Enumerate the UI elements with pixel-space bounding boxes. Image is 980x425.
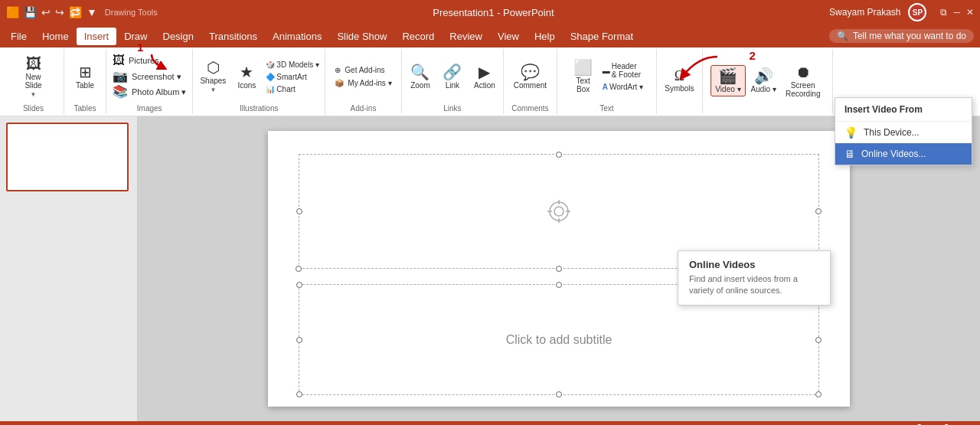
dropdown-item-online-videos[interactable]: 🖥 Online Videos...: [835, 143, 972, 165]
comments-group-content: 💬 Comment: [510, 51, 550, 103]
menu-slideshow[interactable]: Slide Show: [329, 28, 394, 45]
3d-models-button[interactable]: 🎲 3D Models ▾: [263, 59, 322, 70]
dropdown-item-this-device[interactable]: 💡 This Device...: [835, 122, 972, 143]
icons-button[interactable]: ★ Icons: [231, 62, 262, 92]
addins-group-content: ⊕ Get Add-ins 📦 My Add-ins ▾: [332, 51, 394, 103]
ribbon-group-tables: ⊞ Table Tables: [64, 49, 106, 114]
svg-point-2: [550, 202, 568, 221]
handle-sub-bl[interactable]: [296, 391, 302, 397]
slide-thumbnail[interactable]: [6, 123, 129, 191]
this-device-icon: 💡: [844, 126, 858, 139]
menu-shape-format[interactable]: Shape Format: [563, 28, 641, 45]
handle-left-center[interactable]: [296, 208, 302, 214]
menu-file[interactable]: File: [3, 28, 34, 45]
menu-review[interactable]: Review: [442, 28, 490, 45]
comment-button[interactable]: 💬 Comment: [510, 62, 550, 92]
links-group-label: Links: [443, 103, 461, 113]
title-bar-right: Swayam Prakash SP ⧉ ─ ✕: [829, 3, 974, 21]
search-box[interactable]: 🔍 Tell me what you want to do: [829, 29, 974, 43]
menu-home[interactable]: Home: [34, 28, 77, 45]
repeat-icon[interactable]: 🔁: [69, 6, 82, 18]
this-device-label: This Device...: [864, 127, 920, 138]
screen-recording-icon: ⏺: [795, 64, 811, 80]
tooltip-title: Online Videos: [689, 259, 819, 270]
text-group-label: Text: [599, 103, 613, 113]
customize-icon[interactable]: ▼: [87, 6, 97, 18]
handle-bottom-center[interactable]: [556, 266, 562, 272]
menu-design[interactable]: Design: [155, 28, 201, 45]
menu-transitions[interactable]: Transitions: [201, 28, 265, 45]
action-button[interactable]: ▶ Action: [469, 62, 500, 92]
zoom-button[interactable]: 🔍 Zoom: [405, 62, 436, 92]
search-placeholder: Tell me what you want to do: [853, 31, 966, 41]
screenshot-button[interactable]: 📷 Screenshot ▾: [109, 70, 185, 83]
close-icon[interactable]: ✕: [966, 7, 974, 18]
handle-sub-mr[interactable]: [815, 337, 822, 343]
ribbon-group-symbols: Ω Symbols: [657, 49, 703, 114]
handle-sub-tc[interactable]: [556, 282, 562, 288]
shapes-icon: ⬡: [207, 60, 220, 75]
subtitle-placeholder: Click to add subtitle: [506, 333, 612, 347]
pictures-button[interactable]: 🖼 Pictures: [109, 53, 162, 68]
handle-sub-bc[interactable]: [556, 391, 562, 397]
menu-help[interactable]: Help: [527, 28, 563, 45]
menu-animations[interactable]: Animations: [265, 28, 329, 45]
tooltip-popup: Online Videos Find and insert videos fro…: [678, 250, 831, 306]
action-icon: ▶: [479, 64, 490, 80]
screenshot-icon: 📷: [113, 70, 128, 83]
link-button[interactable]: 🔗 Link: [437, 62, 468, 92]
menu-insert[interactable]: Insert: [77, 28, 117, 45]
symbols-group-content: Ω Symbols: [661, 51, 697, 111]
video-dropdown: Insert Video From 💡 This Device... 🖥 Onl…: [835, 97, 972, 165]
handle-sub-tl[interactable]: [296, 282, 302, 288]
ribbon-group-links: 🔍 Zoom 🔗 Link ▶ Action Links: [402, 49, 504, 114]
menu-draw[interactable]: Draw: [116, 28, 155, 45]
my-addins-button[interactable]: 📦 My Add-ins ▾: [332, 77, 394, 89]
table-button[interactable]: ⊞ Table: [70, 62, 100, 92]
text-box-button[interactable]: ⬜ TextBox: [568, 57, 599, 96]
audio-button[interactable]: 🔊 Audio ▾: [747, 66, 780, 96]
photo-album-button[interactable]: 📚 Photo Album ▾: [109, 85, 189, 99]
video-button[interactable]: 🎬 Video ▾: [710, 65, 745, 96]
illustrations-group-content: ⬡ Shapes ▼ ★ Icons 🎲 3D Models ▾ 🔷 Smart…: [196, 51, 322, 103]
audio-icon: 🔊: [754, 68, 773, 83]
handle-sub-ml[interactable]: [296, 337, 302, 343]
slide-panel: 1: [0, 116, 138, 421]
shapes-button[interactable]: ⬡ Shapes ▼: [196, 57, 230, 96]
tables-group-content: ⊞ Table: [70, 51, 100, 103]
wordart-icon: A: [603, 83, 608, 91]
link-icon: 🔗: [443, 64, 462, 80]
user-name: Swayam Prakash: [829, 7, 900, 18]
handle-bottom-left[interactable]: [296, 266, 302, 272]
user-initials: SP: [913, 8, 923, 17]
symbols-button[interactable]: Ω Symbols: [661, 67, 697, 95]
handle-top-center[interactable]: [556, 152, 562, 158]
minimize-icon[interactable]: ─: [953, 7, 960, 18]
save-icon[interactable]: 💾: [24, 6, 37, 18]
app-icon: 🟧: [6, 6, 19, 18]
new-slide-button[interactable]: 🖼 NewSlide ▼: [15, 54, 53, 100]
handle-sub-br[interactable]: [815, 391, 822, 397]
get-addins-button[interactable]: ⊕ Get Add-ins: [332, 64, 387, 76]
handle-right-center[interactable]: [815, 208, 822, 214]
ribbon-group-addins: ⊕ Get Add-ins 📦 My Add-ins ▾ Add-ins: [325, 49, 402, 114]
ribbon-group-text: ⬜ TextBox ▬ Header& Footer A WordArt ▾ T…: [557, 49, 657, 114]
links-group-content: 🔍 Zoom 🔗 Link ▶ Action: [405, 51, 500, 103]
smartart-button[interactable]: 🔷 SmartArt: [263, 71, 322, 83]
restore-icon[interactable]: ⧉: [940, 7, 947, 18]
illustrations-group-label: Illustrations: [240, 103, 279, 113]
slides-group-content: 🖼 NewSlide ▼: [15, 51, 53, 103]
window-controls: ⧉ ─ ✕: [940, 7, 974, 18]
menu-record[interactable]: Record: [394, 28, 442, 45]
menu-view[interactable]: View: [490, 28, 527, 45]
photo-album-icon: 📚: [113, 86, 128, 98]
redo-icon[interactable]: ↪: [55, 6, 64, 18]
header-footer-button[interactable]: ▬ Header& Footer: [600, 60, 646, 80]
ribbon: 🖼 NewSlide ▼ Slides ⊞ Table Tables 🖼 Pic…: [0, 47, 980, 116]
chart-icon: 📊: [266, 85, 275, 93]
text-box-icon: ⬜: [573, 60, 593, 75]
wordart-button[interactable]: A WordArt ▾: [600, 81, 646, 93]
chart-button[interactable]: 📊 Chart: [263, 83, 322, 95]
screen-recording-button[interactable]: ⏺ ScreenRecording: [782, 62, 825, 100]
undo-icon[interactable]: ↩: [41, 6, 51, 18]
